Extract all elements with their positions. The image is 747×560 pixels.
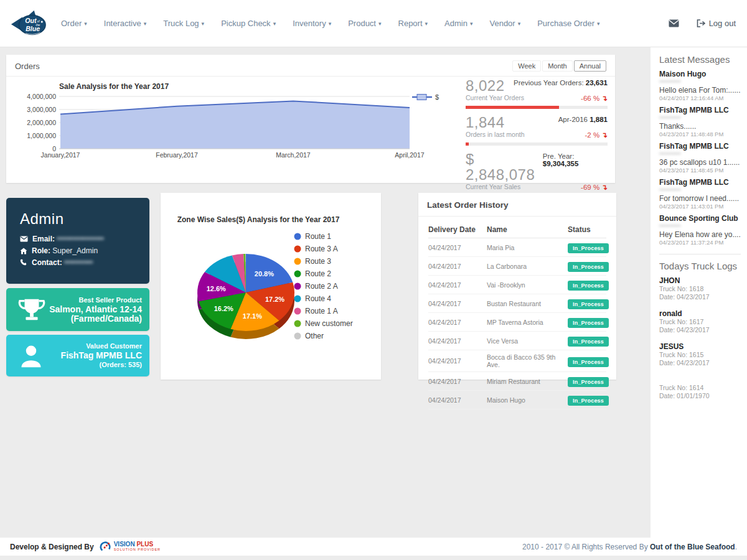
pie-legend-label: Other xyxy=(305,332,324,340)
order-history-row: 04/24/2017La CarbonaraIn_Process xyxy=(428,257,606,276)
order-status-badge: In_Process xyxy=(568,318,609,328)
pie-legend-label: Route 1 xyxy=(305,232,331,241)
svg-text:3,000,000: 3,000,000 xyxy=(27,106,56,113)
visionplus-brand1: VISION xyxy=(114,541,135,548)
nav-item-admin[interactable]: Admin▾ xyxy=(444,19,472,28)
order-delivery-date: 04/24/2017 xyxy=(428,244,487,251)
page-footer: Develop & Designed By VISION PLUS SOLUTI… xyxy=(0,538,747,556)
admin-card: Admin Email: •••••••••••••••••• Role: Su… xyxy=(6,198,149,284)
svg-text:February,2017: February,2017 xyxy=(156,151,198,159)
pie-legend-swatch xyxy=(294,271,301,278)
nav-item-pickup-check[interactable]: Pickup Check▾ xyxy=(221,19,276,28)
message-preview: Hello elena For Tom:...... xyxy=(659,86,741,95)
message-item[interactable]: Maison Hugo•••••••••••Hello elena For To… xyxy=(659,70,741,102)
stat-comparison: Previous Year Orders: 23,631 xyxy=(514,79,608,86)
footer-credit-text: Develop & Designed By xyxy=(10,543,94,551)
message-timestamp: 04/24/2017 12:16:44 AM xyxy=(659,95,741,102)
nav-item-label: Interactive xyxy=(104,19,141,28)
range-month-button[interactable]: Month xyxy=(542,60,573,72)
pie-legend-swatch xyxy=(294,333,301,340)
nav-item-purchase-order[interactable]: Purchase Order▾ xyxy=(537,19,599,28)
order-customer-name: Bustan Restaurant xyxy=(487,300,568,307)
order-customer-name: Miriam Restaurant xyxy=(487,378,568,385)
order-history-column-status: Status xyxy=(568,225,606,234)
orders-panel: Orders WeekMonthAnnual Sale Analysis for… xyxy=(6,55,615,183)
arrow-down-icon: ↴ xyxy=(601,184,608,191)
nav-item-interactive[interactable]: Interactive▾ xyxy=(104,19,147,28)
order-delivery-date: 04/24/2017 xyxy=(428,378,487,385)
svg-text:2,000,000: 2,000,000 xyxy=(27,119,56,126)
nav-item-report[interactable]: Report▾ xyxy=(398,19,428,28)
message-item[interactable]: FishTag MPMB LLC•••••••••••Thanks......0… xyxy=(659,106,741,138)
truck-number: Truck No: 1614 xyxy=(659,384,741,392)
svg-text:20.8%: 20.8% xyxy=(255,270,274,278)
message-item[interactable]: FishTag MPMB LLC•••••••••••For tomorrow … xyxy=(659,178,741,210)
message-sender: FishTag MPMB LLC xyxy=(659,178,741,187)
order-history-row: 04/24/2017Miriam RestaurantIn_Process xyxy=(428,372,606,391)
truck-date: Date: 04/23/2017 xyxy=(659,359,741,367)
stat-row: 8,022Previous Year Orders: 23,631Current… xyxy=(466,78,608,109)
nav-item-truck-log[interactable]: Truck Log▾ xyxy=(163,19,204,28)
fish-logo-icon: Out of the Blue xyxy=(9,8,47,39)
order-status-badge: In_Process xyxy=(568,357,609,367)
nav-item-label: Admin xyxy=(444,19,467,28)
order-customer-name: Maison Hugo xyxy=(487,396,568,404)
pie-legend-label: Route 4 xyxy=(305,294,331,303)
pie-legend-label: New customer xyxy=(305,319,353,328)
svg-text:17.1%: 17.1% xyxy=(243,312,262,320)
stat-value: $ 2,848,078 xyxy=(466,151,543,182)
order-customer-name: Vice Versa xyxy=(487,337,568,345)
nav-item-inventory[interactable]: Inventory▾ xyxy=(293,19,331,28)
logout-button[interactable]: Log out xyxy=(697,19,736,28)
admin-email-value: •••••••••••••••••• xyxy=(57,235,104,243)
visionplus-logo-icon xyxy=(99,541,111,553)
message-item[interactable]: FishTag MPMB LLC•••••••••••36 pc scallop… xyxy=(659,142,741,174)
svg-text:of: of xyxy=(37,20,40,23)
main-content: Orders WeekMonthAnnual Sale Analysis for… xyxy=(0,47,651,538)
message-preview: For tomorrow I need...... xyxy=(659,194,741,203)
latest-messages-heading: Latest Messages xyxy=(659,54,741,65)
order-delivery-date: 04/24/2017 xyxy=(428,396,487,404)
admin-role-value: Super_Admin xyxy=(52,246,98,255)
brand-logo[interactable]: Out of the Blue xyxy=(9,8,52,39)
truck-driver-name: JESUS xyxy=(659,342,741,351)
home-icon xyxy=(20,248,27,254)
nav-item-vendor[interactable]: Vendor▾ xyxy=(489,19,520,28)
phone-icon xyxy=(20,259,27,266)
message-phone-redacted: ••••••••••• xyxy=(659,187,741,193)
order-delivery-date: 04/24/2017 xyxy=(428,281,487,289)
stat-label: Current Year Orders xyxy=(466,94,524,103)
messages-envelope-button[interactable] xyxy=(669,19,679,27)
message-item[interactable]: Bounce Sporting Club•••••••••••Hey Elena… xyxy=(659,214,741,246)
arrow-down-icon: ↴ xyxy=(601,95,608,102)
svg-text:January,2017: January,2017 xyxy=(41,151,80,159)
logout-label: Log out xyxy=(709,19,736,28)
pie-legend-label: Route 3 A xyxy=(305,245,338,253)
truck-date: Date: 01/01/1970 xyxy=(659,392,741,400)
nav-item-product[interactable]: Product▾ xyxy=(348,19,381,28)
message-preview: Thanks...... xyxy=(659,122,741,131)
nav-item-label: Vendor xyxy=(489,19,515,28)
stat-delta: -69 % ↴ xyxy=(581,183,608,192)
pie-legend-swatch xyxy=(294,296,301,302)
pie-legend-label: Route 2 xyxy=(305,269,331,278)
chevron-down-icon: ▾ xyxy=(273,21,276,27)
order-status-badge: In_Process xyxy=(568,281,609,291)
chevron-down-icon: ▾ xyxy=(202,21,205,27)
order-status-badge: In_Process xyxy=(568,337,609,347)
message-timestamp: 04/23/2017 11:37:24 PM xyxy=(659,239,741,246)
stat-delta: -2 % ↴ xyxy=(585,131,608,139)
order-status-badge: In_Process xyxy=(568,243,609,253)
truck-number: Truck No: 1618 xyxy=(659,285,741,293)
valued-customer-name: FishTag MPMB LLC xyxy=(61,351,142,360)
range-annual-button[interactable]: Annual xyxy=(574,60,606,72)
stat-row: 1,844Apr-2016 1,881Orders in last month-… xyxy=(466,114,608,146)
range-week-button[interactable]: Week xyxy=(512,60,541,72)
truck-driver-name xyxy=(659,375,741,384)
pie-legend-swatch xyxy=(294,283,301,290)
valued-customer-card: Valued Customer FishTag MPMB LLC (Orders… xyxy=(6,335,149,376)
truck-number: Truck No: 1615 xyxy=(659,351,741,359)
range-toggle-group: WeekMonthAnnual xyxy=(512,60,606,72)
nav-item-order[interactable]: Order▾ xyxy=(61,19,87,28)
orders-panel-title: Orders xyxy=(15,62,40,71)
